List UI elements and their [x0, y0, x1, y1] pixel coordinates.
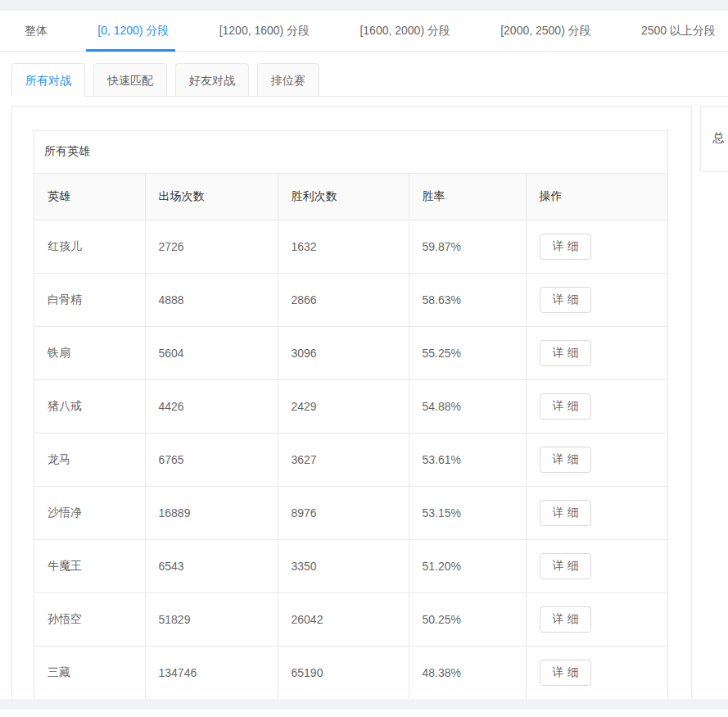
detail-button[interactable]: 详 细 [540, 340, 592, 366]
win-rate: 51.20% [409, 540, 526, 593]
segment-tab-overall[interactable]: 整体 [25, 11, 47, 51]
hero-name: 红孩儿 [34, 220, 145, 274]
match-tab-friend[interactable]: 好友对战 [175, 63, 249, 97]
hero-name: 铁扇 [34, 327, 145, 380]
column-header-hero: 英雄 [34, 174, 145, 220]
table-row: 沙悟净 16889 8976 53.15% 详 细 [34, 487, 667, 540]
hero-name: 牛魔王 [34, 540, 145, 593]
match-tab-ranked[interactable]: 排位赛 [257, 63, 319, 97]
segment-tab-2000-2500[interactable]: [2000, 2500) 分段 [500, 11, 591, 51]
win-rate: 54.88% [409, 380, 526, 433]
win-count: 3627 [278, 433, 409, 487]
table-row: 铁扇 5604 3096 55.25% 详 细 [34, 327, 667, 380]
win-count: 65190 [278, 647, 409, 700]
detail-button[interactable]: 详 细 [540, 553, 592, 579]
match-count: 16889 [145, 487, 278, 540]
column-header-actions: 操作 [526, 174, 667, 220]
segment-tab-bar: 整体 [0, 1200) 分段 [1200, 1600) 分段 [1600, 2… [0, 11, 728, 52]
page-top-band [0, 0, 728, 11]
hero-name: 沙悟净 [34, 487, 145, 540]
page-bottom-band [0, 699, 728, 710]
segment-tab-0-1200-label: [0, 1200) 分段 [97, 24, 169, 39]
win-rate: 48.38% [409, 647, 526, 700]
win-count: 3096 [278, 327, 409, 380]
match-count: 4888 [145, 274, 278, 327]
detail-button[interactable]: 详 细 [540, 606, 592, 633]
summary-panel-title: 总 [712, 131, 724, 144]
table-row: 白骨精 4888 2866 58.63% 详 细 [34, 274, 667, 327]
hero-stats-card: 所有英雄 英雄 出场次数 胜利次数 胜率 操作 [11, 106, 692, 717]
active-tab-indicator [86, 49, 175, 52]
win-rate: 50.25% [409, 593, 526, 647]
win-count: 8976 [278, 487, 409, 540]
match-count: 5604 [145, 327, 278, 380]
win-count: 2866 [278, 274, 409, 327]
win-rate: 59.87% [409, 220, 526, 274]
match-count: 51829 [145, 593, 278, 647]
detail-button[interactable]: 详 细 [540, 234, 592, 260]
hero-table: 英雄 出场次数 胜利次数 胜率 操作 红孩儿 2726 1632 59.87% [34, 173, 667, 699]
column-header-matches: 出场次数 [145, 174, 278, 220]
page: 整体 [0, 1200) 分段 [1200, 1600) 分段 [1600, 2… [0, 0, 728, 717]
match-count: 134746 [145, 647, 278, 700]
detail-button[interactable]: 详 细 [540, 287, 592, 313]
detail-button[interactable]: 详 细 [540, 660, 592, 686]
table-row: 猪八戒 4426 2429 54.88% 详 细 [34, 380, 667, 433]
table-row: 三藏 134746 65190 48.38% 详 细 [34, 647, 667, 700]
win-rate: 58.63% [409, 274, 526, 327]
column-header-winrate: 胜率 [409, 174, 526, 220]
match-type-tab-bar: 所有对战 快速匹配 好友对战 排位赛 [11, 63, 728, 97]
match-tab-quick[interactable]: 快速匹配 [93, 63, 167, 97]
hero-table-container: 所有英雄 英雄 出场次数 胜利次数 胜率 操作 [34, 130, 668, 700]
hero-name: 三藏 [34, 647, 145, 700]
match-count: 2726 [145, 220, 278, 274]
page-bottom-footer [0, 710, 728, 717]
table-row: 牛魔王 6543 3350 51.20% 详 细 [34, 540, 667, 593]
segment-tab-2500-plus[interactable]: 2500 以上分段 [641, 11, 716, 51]
table-row: 孙悟空 51829 26042 50.25% 详 细 [34, 593, 667, 647]
win-rate: 55.25% [409, 327, 526, 380]
hero-table-title: 所有英雄 [34, 131, 667, 173]
hero-name: 孙悟空 [34, 593, 145, 647]
match-count: 6765 [145, 433, 278, 487]
win-count: 3350 [278, 540, 409, 593]
hero-name: 白骨精 [34, 274, 145, 327]
hero-name: 猪八戒 [34, 380, 145, 433]
table-row: 红孩儿 2726 1632 59.87% 详 细 [34, 220, 667, 274]
segment-tab-1600-2000[interactable]: [1600, 2000) 分段 [359, 11, 450, 51]
main-content: 所有英雄 英雄 出场次数 胜利次数 胜率 操作 [0, 97, 728, 717]
segment-tab-1200-1600[interactable]: [1200, 1600) 分段 [219, 11, 310, 51]
win-count: 2429 [278, 380, 409, 433]
match-count: 4426 [145, 380, 278, 433]
detail-button[interactable]: 详 细 [540, 500, 592, 526]
win-count: 1632 [278, 220, 409, 274]
segment-tab-0-1200[interactable]: [0, 1200) 分段 [97, 11, 169, 51]
win-rate: 53.15% [409, 487, 526, 540]
detail-button[interactable]: 详 细 [540, 393, 592, 420]
match-count: 6543 [145, 540, 278, 593]
column-header-wins: 胜利次数 [278, 174, 409, 220]
win-rate: 53.61% [409, 433, 526, 487]
summary-panel: 总 [700, 106, 728, 172]
hero-name: 龙马 [34, 433, 145, 487]
table-row: 龙马 6765 3627 53.61% 详 细 [34, 433, 667, 487]
win-count: 26042 [278, 593, 409, 647]
detail-button[interactable]: 详 细 [540, 447, 592, 473]
table-header-row: 英雄 出场次数 胜利次数 胜率 操作 [34, 174, 667, 220]
match-tab-all[interactable]: 所有对战 [11, 63, 85, 97]
